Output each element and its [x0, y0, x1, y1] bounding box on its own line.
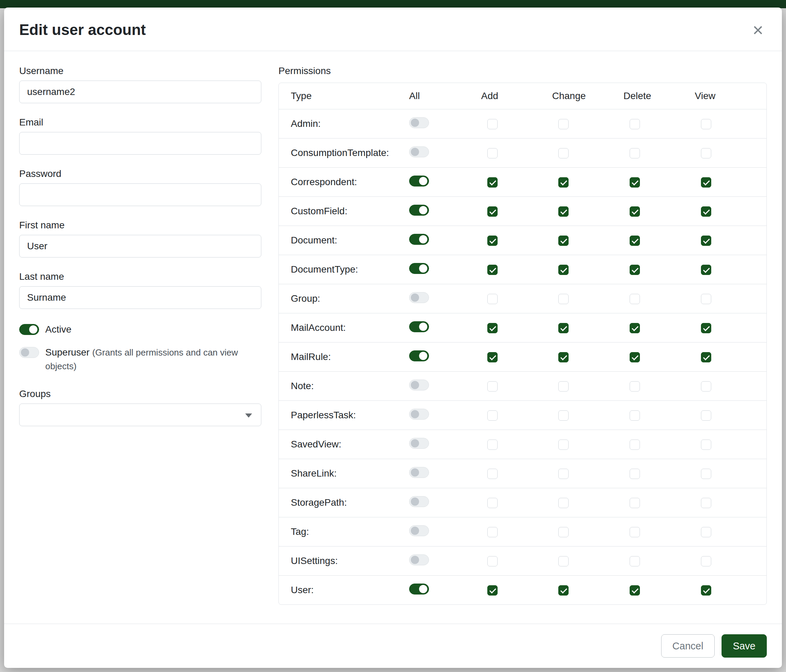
perm-delete-checkbox[interactable] — [630, 469, 640, 479]
perm-add-checkbox[interactable] — [487, 527, 498, 537]
perm-add-checkbox[interactable] — [487, 148, 498, 159]
active-toggle[interactable] — [19, 324, 39, 335]
perm-change-checkbox[interactable] — [558, 206, 569, 217]
perm-all-toggle[interactable] — [409, 176, 429, 187]
perm-view-checkbox[interactable] — [701, 410, 711, 421]
perm-delete-checkbox[interactable] — [630, 323, 640, 333]
perm-delete-checkbox[interactable] — [630, 294, 640, 304]
perm-add-checkbox[interactable] — [487, 352, 498, 363]
cancel-button[interactable]: Cancel — [661, 634, 715, 658]
perm-all-toggle[interactable] — [409, 146, 429, 157]
perm-all-toggle[interactable] — [409, 554, 429, 565]
perm-add-checkbox[interactable] — [487, 236, 498, 246]
perm-add-checkbox[interactable] — [487, 323, 498, 333]
perm-view-checkbox[interactable] — [701, 265, 711, 275]
perm-change-checkbox[interactable] — [558, 585, 569, 595]
perm-all-toggle[interactable] — [409, 380, 429, 391]
perm-delete-checkbox[interactable] — [630, 177, 640, 188]
perm-delete-checkbox[interactable] — [630, 440, 640, 450]
last-name-input[interactable] — [19, 286, 261, 309]
perm-delete-checkbox[interactable] — [630, 148, 640, 159]
perm-delete-checkbox[interactable] — [630, 498, 640, 508]
perm-all-toggle[interactable] — [409, 234, 429, 245]
perm-delete-checkbox[interactable] — [630, 410, 640, 421]
perm-delete-checkbox[interactable] — [630, 527, 640, 537]
save-button[interactable]: Save — [722, 634, 767, 658]
perm-add-checkbox[interactable] — [487, 294, 498, 304]
perm-view-checkbox[interactable] — [701, 177, 711, 188]
perm-change-checkbox[interactable] — [558, 469, 569, 479]
perm-delete-checkbox[interactable] — [630, 556, 640, 567]
perm-view-checkbox[interactable] — [701, 556, 711, 567]
perm-add-checkbox[interactable] — [487, 119, 498, 129]
perm-all-toggle[interactable] — [409, 584, 429, 595]
perm-all-toggle[interactable] — [409, 321, 429, 332]
perm-change-checkbox[interactable] — [558, 236, 569, 246]
perm-delete-checkbox[interactable] — [630, 119, 640, 129]
perm-change-checkbox[interactable] — [558, 177, 569, 188]
perm-view-checkbox[interactable] — [701, 352, 711, 363]
perm-delete-checkbox[interactable] — [630, 585, 640, 595]
perm-all-toggle[interactable] — [409, 350, 429, 361]
perm-all-toggle[interactable] — [409, 467, 429, 478]
perm-all-toggle[interactable] — [409, 263, 429, 274]
perm-add-checkbox[interactable] — [487, 556, 498, 567]
perm-view-checkbox[interactable] — [701, 381, 711, 391]
perm-view-checkbox[interactable] — [701, 119, 711, 129]
perm-add-checkbox[interactable] — [487, 498, 498, 508]
perm-view-checkbox[interactable] — [701, 527, 711, 537]
groups-select[interactable] — [19, 404, 261, 426]
perm-change-checkbox[interactable] — [558, 498, 569, 508]
perm-add-checkbox[interactable] — [487, 206, 498, 217]
perm-change-checkbox[interactable] — [558, 381, 569, 391]
username-input[interactable] — [19, 80, 261, 103]
perm-add-checkbox[interactable] — [487, 381, 498, 391]
perm-add-checkbox[interactable] — [487, 469, 498, 479]
perm-type: User: — [279, 584, 409, 595]
perm-add-checkbox[interactable] — [487, 265, 498, 275]
email-input[interactable] — [19, 132, 261, 155]
perm-all-toggle[interactable] — [409, 496, 429, 507]
perm-change-checkbox[interactable] — [558, 556, 569, 567]
edit-user-modal: Edit user account × Username Email Passw… — [4, 8, 782, 668]
perm-change-checkbox[interactable] — [558, 352, 569, 363]
perm-view-checkbox[interactable] — [701, 206, 711, 217]
perm-all-toggle[interactable] — [409, 117, 429, 128]
perm-delete-checkbox[interactable] — [630, 381, 640, 391]
perm-change-checkbox[interactable] — [558, 119, 569, 129]
perm-view-checkbox[interactable] — [701, 498, 711, 508]
perm-change-checkbox[interactable] — [558, 410, 569, 421]
permission-row: SavedView: — [279, 430, 766, 459]
perm-view-checkbox[interactable] — [701, 585, 711, 595]
perm-change-checkbox[interactable] — [558, 527, 569, 537]
permission-row: ConsumptionTemplate: — [279, 138, 766, 167]
perm-view-checkbox[interactable] — [701, 148, 711, 159]
perm-change-checkbox[interactable] — [558, 148, 569, 159]
perm-all-toggle[interactable] — [409, 205, 429, 216]
perm-view-checkbox[interactable] — [701, 440, 711, 450]
perm-view-checkbox[interactable] — [701, 294, 711, 304]
perm-delete-checkbox[interactable] — [630, 265, 640, 275]
perm-all-toggle[interactable] — [409, 292, 429, 303]
perm-change-checkbox[interactable] — [558, 323, 569, 333]
perm-view-checkbox[interactable] — [701, 323, 711, 333]
perm-delete-checkbox[interactable] — [630, 236, 640, 246]
perm-change-checkbox[interactable] — [558, 294, 569, 304]
perm-delete-checkbox[interactable] — [630, 352, 640, 363]
perm-view-checkbox[interactable] — [701, 236, 711, 246]
perm-all-toggle[interactable] — [409, 409, 429, 420]
superuser-toggle[interactable] — [19, 347, 39, 358]
perm-change-checkbox[interactable] — [558, 440, 569, 450]
perm-view-checkbox[interactable] — [701, 469, 711, 479]
perm-add-checkbox[interactable] — [487, 585, 498, 595]
perm-add-checkbox[interactable] — [487, 440, 498, 450]
perm-add-checkbox[interactable] — [487, 177, 498, 188]
perm-all-toggle[interactable] — [409, 525, 429, 536]
close-button[interactable]: × — [749, 19, 767, 41]
perm-delete-checkbox[interactable] — [630, 206, 640, 217]
password-input[interactable] — [19, 184, 261, 206]
perm-all-toggle[interactable] — [409, 438, 429, 449]
perm-add-checkbox[interactable] — [487, 410, 498, 421]
perm-change-checkbox[interactable] — [558, 265, 569, 275]
first-name-input[interactable] — [19, 235, 261, 257]
